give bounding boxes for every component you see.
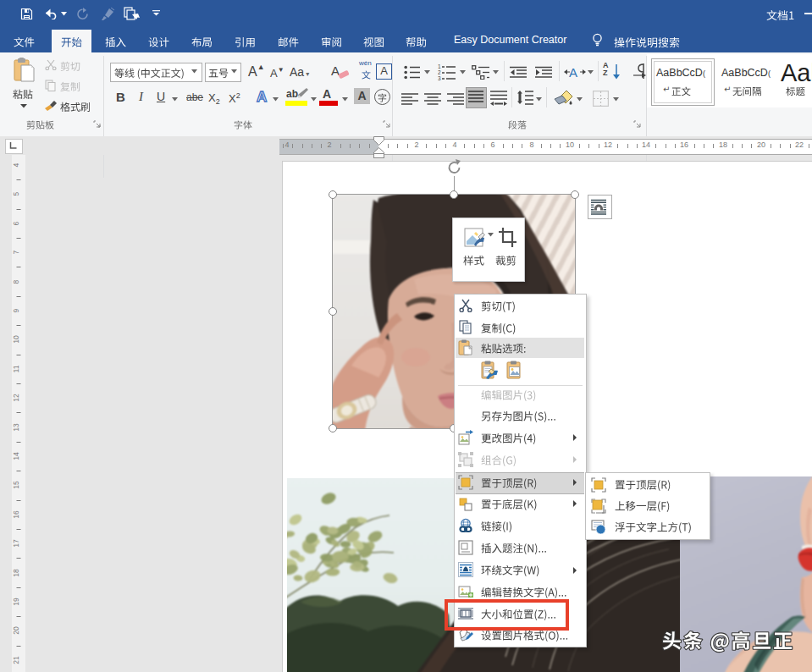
svg-text:2: 2 — [438, 69, 441, 75]
svg-text:2: 2 — [327, 140, 331, 149]
svg-text:2: 2 — [414, 140, 418, 149]
svg-text:1: 1 — [438, 63, 441, 69]
svg-text:17: 17 — [12, 539, 20, 548]
svg-text:5: 5 — [12, 191, 20, 196]
svg-text:14: 14 — [642, 140, 650, 149]
svg-text:A: A — [569, 65, 577, 80]
svg-text:7: 7 — [12, 250, 20, 254]
svg-text:22: 22 — [795, 140, 804, 149]
svg-text:10: 10 — [12, 335, 20, 344]
svg-text:6: 6 — [12, 221, 20, 225]
svg-text:16: 16 — [680, 140, 688, 149]
svg-text:9: 9 — [12, 308, 20, 312]
svg-text:18: 18 — [719, 140, 727, 149]
svg-text:21: 21 — [12, 656, 20, 664]
svg-text:13: 13 — [12, 423, 20, 432]
svg-text:3: 3 — [438, 75, 441, 80]
svg-text:15: 15 — [12, 481, 20, 489]
svg-text:12: 12 — [12, 394, 20, 402]
svg-text:11: 11 — [12, 365, 20, 372]
svg-text:4: 4 — [284, 140, 289, 149]
svg-text:18: 18 — [12, 569, 20, 577]
svg-text:8: 8 — [12, 279, 20, 284]
svg-text:19: 19 — [12, 598, 20, 606]
svg-text:8: 8 — [529, 140, 533, 149]
svg-text:10: 10 — [566, 140, 574, 149]
svg-text:6: 6 — [490, 140, 494, 149]
svg-text:20: 20 — [12, 626, 20, 635]
svg-text:20: 20 — [757, 140, 765, 149]
svg-text:16: 16 — [12, 510, 20, 519]
svg-text:4: 4 — [12, 162, 20, 167]
svg-text:4: 4 — [452, 140, 456, 149]
svg-text:12: 12 — [604, 140, 612, 149]
svg-text:14: 14 — [12, 452, 20, 460]
